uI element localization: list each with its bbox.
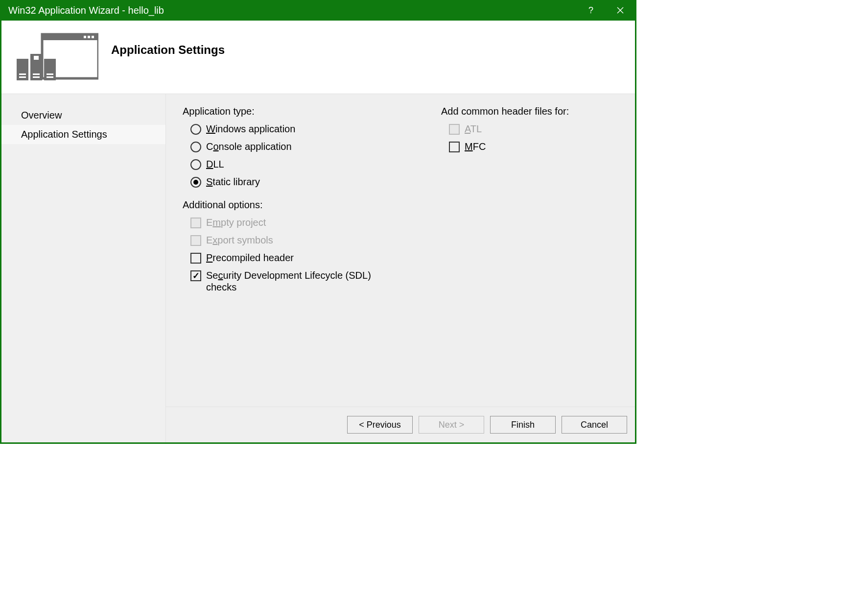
page-heading: Application Settings bbox=[111, 43, 225, 72]
checkbox-icon bbox=[190, 253, 201, 264]
check-empty-project: Empty project bbox=[183, 214, 392, 231]
radio-console-application[interactable]: Console application bbox=[183, 138, 392, 155]
application-type-label: Application type: bbox=[183, 106, 392, 117]
radio-label: Windows application bbox=[206, 123, 295, 135]
content-panel: Application type: Windows application Co… bbox=[166, 94, 635, 407]
svg-rect-14 bbox=[47, 73, 53, 75]
header-files-label: Add common header files for: bbox=[441, 106, 569, 117]
window-title: Win32 Application Wizard - hello_lib bbox=[8, 5, 164, 16]
radio-icon bbox=[190, 177, 201, 188]
radio-windows-application[interactable]: Windows application bbox=[183, 120, 392, 138]
close-button[interactable] bbox=[606, 0, 635, 21]
footer-buttons: < Previous Next > Finish Cancel bbox=[166, 407, 635, 442]
sidebar-item-label: Overview bbox=[21, 110, 62, 121]
checkbox-label: Security Development Lifecycle (SDL) che… bbox=[206, 269, 392, 293]
svg-rect-6 bbox=[92, 36, 94, 38]
checkbox-label: MFC bbox=[465, 141, 486, 152]
svg-rect-10 bbox=[19, 73, 26, 75]
previous-button[interactable]: < Previous bbox=[347, 416, 413, 434]
finish-button[interactable]: Finish bbox=[490, 416, 556, 434]
checkbox-label: Empty project bbox=[206, 217, 266, 228]
svg-rect-12 bbox=[33, 73, 40, 75]
svg-rect-4 bbox=[84, 36, 86, 38]
svg-rect-5 bbox=[88, 36, 90, 38]
radio-icon bbox=[190, 124, 201, 135]
checkbox-icon bbox=[449, 142, 460, 152]
check-mfc[interactable]: MFC bbox=[441, 138, 569, 155]
wizard-body: Overview Application Settings Applicatio… bbox=[1, 94, 635, 442]
checkbox-icon bbox=[190, 270, 201, 281]
radio-label: DLL bbox=[206, 158, 224, 170]
check-export-symbols: Export symbols bbox=[183, 231, 392, 249]
sidebar-item-application-settings[interactable]: Application Settings bbox=[1, 125, 165, 144]
radio-icon bbox=[190, 159, 201, 170]
svg-rect-15 bbox=[47, 76, 53, 78]
wizard-graphic-icon bbox=[11, 30, 99, 84]
svg-rect-13 bbox=[33, 76, 40, 78]
check-sdl-checks[interactable]: Security Development Lifecycle (SDL) che… bbox=[183, 267, 392, 296]
header-banner: Application Settings bbox=[1, 21, 635, 94]
radio-label: Static library bbox=[206, 176, 260, 188]
help-button[interactable]: ? bbox=[576, 0, 606, 21]
checkbox-label: Precompiled header bbox=[206, 252, 294, 264]
sidebar: Overview Application Settings bbox=[1, 94, 165, 442]
right-column: Add common header files for: ATL MFC bbox=[441, 106, 569, 395]
content-wrap: Application type: Windows application Co… bbox=[165, 94, 635, 442]
next-button: Next > bbox=[419, 416, 484, 434]
check-precompiled-header[interactable]: Precompiled header bbox=[183, 249, 392, 267]
left-column: Application type: Windows application Co… bbox=[183, 106, 392, 395]
checkbox-icon bbox=[190, 218, 201, 228]
sidebar-item-overview[interactable]: Overview bbox=[1, 106, 165, 125]
checkbox-label: Export symbols bbox=[206, 234, 273, 246]
checkbox-label: ATL bbox=[465, 123, 482, 135]
titlebar: Win32 Application Wizard - hello_lib ? bbox=[1, 0, 635, 21]
checkbox-icon bbox=[449, 124, 460, 135]
svg-rect-16 bbox=[34, 56, 39, 60]
svg-rect-11 bbox=[19, 76, 26, 78]
radio-dll[interactable]: DLL bbox=[183, 155, 392, 173]
cancel-button[interactable]: Cancel bbox=[562, 416, 627, 434]
wizard-window: Win32 Application Wizard - hello_lib ? bbox=[0, 0, 636, 444]
check-atl: ATL bbox=[441, 120, 569, 138]
additional-options-label: Additional options: bbox=[183, 199, 392, 211]
radio-label: Console application bbox=[206, 141, 292, 152]
close-icon bbox=[617, 7, 624, 14]
radio-icon bbox=[190, 142, 201, 152]
sidebar-item-label: Application Settings bbox=[21, 129, 107, 140]
radio-static-library[interactable]: Static library bbox=[183, 173, 392, 191]
checkbox-icon bbox=[190, 235, 201, 246]
